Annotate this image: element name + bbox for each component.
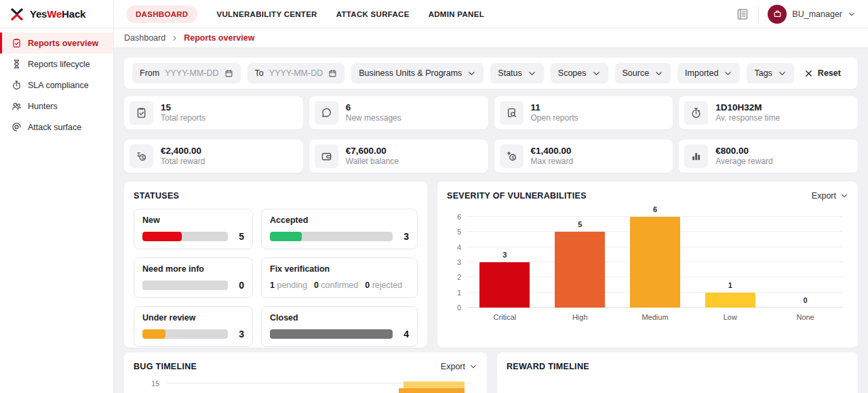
stopwatch-icon [684, 101, 708, 125]
user-menu[interactable]: BU_manager [768, 5, 856, 24]
bar-medium [630, 217, 680, 308]
chevron-down-icon [467, 69, 476, 78]
main-content: FromYYYY-MM-DDToYYYY-MM-DDBusiness Units… [114, 48, 868, 393]
y-tick-label: 3 [457, 259, 461, 266]
bar-critical [479, 262, 530, 308]
sidebar-item-hunters[interactable]: Hunters [0, 96, 113, 117]
y-tick-label: 5 [457, 228, 461, 235]
avatar [768, 5, 787, 24]
chevron-down-icon [469, 363, 477, 371]
status-bar-track [142, 281, 228, 290]
status-value: 4 [401, 329, 409, 339]
stat-card-total-reports: 15Total reports [124, 96, 303, 129]
breadcrumb-current: Reports overview [184, 33, 254, 43]
status-card-need-more-info: Need more info0 [134, 257, 253, 298]
clipboard-check-icon [130, 101, 153, 125]
status-bar-fill [270, 329, 393, 339]
close-icon [804, 69, 813, 78]
changelog-icon[interactable] [736, 7, 749, 21]
chevron-down-icon [778, 69, 787, 78]
stat-value: 1D10H32M [715, 102, 780, 114]
y-tick-label: 4 [457, 244, 461, 251]
stat-card-max-reward: $€1,400.00Max reward [494, 140, 673, 173]
status-bar-fill [142, 329, 165, 339]
sidebar-item-attack-surface[interactable]: Attack surface [0, 117, 113, 138]
y-tick-label: 1 [457, 289, 461, 296]
x-tick-label: Low [724, 313, 737, 321]
bug-timeline-panel: BUG TIMELINE Export 15 [124, 352, 487, 393]
status-bar-track [142, 232, 228, 241]
topbar-right: BU_manager [736, 5, 868, 24]
filter-reset-button[interactable]: Reset [804, 68, 841, 78]
bar-value-label: 5 [578, 220, 582, 228]
chevron-down-icon [724, 69, 732, 78]
hourglass-icon [12, 59, 22, 69]
nav-attack-surface[interactable]: ATTACK SURFACE [336, 10, 410, 18]
sidebar-item-reports-lifecycle[interactable]: Reports lifecycle [0, 54, 113, 75]
stats-grid: 15Total reports6New messages11Open repor… [124, 96, 858, 173]
status-grid: New5Accepted3Need more info0Fix verifica… [134, 209, 418, 347]
sidebar-item-label: Reports lifecycle [28, 60, 90, 69]
status-card-under-review: Under review3 [134, 306, 253, 347]
hunters-icon [12, 101, 22, 111]
filter-date-to[interactable]: ToYYYY-MM-DD [248, 63, 345, 83]
filter-business-units-programs-dropdown[interactable]: Business Units & Programs [351, 63, 484, 83]
stat-value: €1,400.00 [531, 145, 574, 157]
sidebar-item-label: Reports overview [28, 39, 98, 48]
bug-timeline-chart: 15 [134, 377, 477, 393]
stat-card-open-reports: 11Open reports [494, 96, 673, 129]
chat-bubble-icon [315, 101, 338, 125]
bug-bar-lower-segment [403, 388, 465, 393]
nav-admin-panel[interactable]: ADMIN PANEL [429, 10, 484, 18]
status-card-new: New5 [134, 209, 253, 249]
briefcase-icon [772, 9, 783, 19]
status-bar-track [270, 329, 393, 339]
status-bar-track [142, 329, 228, 339]
bug-timeline-export-button[interactable]: Export [441, 362, 477, 371]
clipboard-check-icon [12, 38, 22, 48]
svg-text:$: $ [142, 154, 145, 161]
radar-icon [12, 122, 22, 132]
filter-imported-dropdown[interactable]: Imported [677, 63, 740, 83]
topbar: YesWeHack DASHBOARDVULNERABILITY CENTERA… [0, 0, 868, 28]
status-value: 3 [401, 231, 409, 242]
bug-timeline-bar-sliver [399, 388, 403, 393]
nav-dashboard[interactable]: DASHBOARD [126, 5, 197, 23]
status-card-accepted: Accepted3 [261, 209, 418, 249]
stat-label: Total reports [161, 113, 205, 124]
severity-panel: SEVERITY OF VULNERABILITIES Export 01234… [437, 182, 858, 348]
chevron-down-icon [654, 69, 663, 78]
severity-export-button[interactable]: Export [812, 191, 848, 201]
reward-timeline-title: REWARD TIMELINE [507, 362, 589, 371]
filter-tags-dropdown[interactable]: Tags [747, 63, 793, 83]
breadcrumb: Dashboard Reports overview [114, 28, 868, 48]
filter-date-from[interactable]: FromYYYY-MM-DD [132, 63, 241, 83]
wallet-icon [315, 144, 338, 168]
status-bar-fill [270, 232, 302, 241]
y-tick-label: 2 [457, 274, 461, 281]
yeswehack-logo[interactable]: YesWeHack [0, 0, 114, 28]
breadcrumb-parent[interactable]: Dashboard [124, 33, 165, 43]
x-tick-label: Medium [642, 313, 668, 321]
stat-card-av-response-time: 1D10H32MAv. response time [679, 96, 858, 129]
date-placeholder: YYYY-MM-DD [165, 68, 218, 78]
stat-value: 6 [346, 102, 401, 114]
filter-status-dropdown[interactable]: Status [490, 63, 543, 83]
x-tick-label: Critical [494, 313, 517, 321]
svg-text:$: $ [511, 154, 515, 161]
filter-source-dropdown[interactable]: Source [615, 63, 671, 83]
stat-label: Av. response time [715, 113, 780, 124]
sidebar-item-sla-compliance[interactable]: SLA compliance [0, 75, 113, 96]
stat-label: Max reward [531, 157, 574, 167]
fix-verification-breakdown: 1 pending0 confirmed0 rejected [270, 281, 409, 290]
chevron-down-icon [840, 192, 848, 200]
x-tick-label: High [572, 313, 588, 321]
main-nav: DASHBOARDVULNERABILITY CENTERATTACK SURF… [126, 5, 484, 23]
sidebar-item-reports-overview[interactable]: Reports overview [0, 33, 113, 54]
bar-value-label: 6 [653, 205, 657, 213]
nav-vulnerability-center[interactable]: VULNERABILITY CENTER [216, 10, 317, 18]
y-tick-label: 6 [457, 213, 461, 220]
status-card-closed: Closed4 [261, 306, 418, 347]
calendar-icon [224, 69, 233, 78]
filter-scopes-dropdown[interactable]: Scopes [551, 63, 608, 83]
